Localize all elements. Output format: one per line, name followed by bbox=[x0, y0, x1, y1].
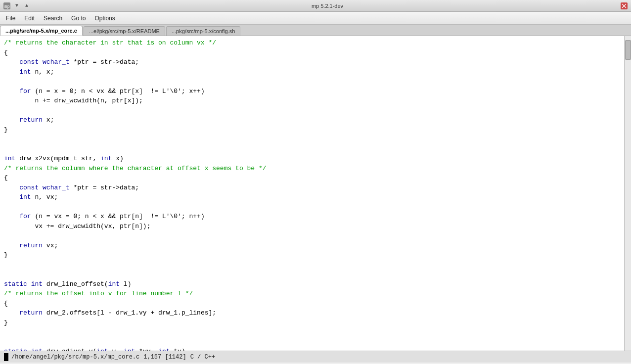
code-editor[interactable]: /* returns the character in str that is … bbox=[0, 36, 624, 351]
editor-container: /* returns the character in str that is … bbox=[0, 36, 631, 351]
status-position: 1,157 [1142] bbox=[143, 354, 186, 361]
title-bar-icons: mp ▼ ▲ bbox=[3, 2, 31, 10]
menu-goto[interactable]: Go to bbox=[67, 14, 90, 23]
scrollbar-thumb[interactable] bbox=[625, 40, 631, 60]
cursor-indicator bbox=[4, 353, 8, 361]
scrollbar[interactable] bbox=[624, 36, 631, 351]
tab-bar: ...pkg/src/mp-5.x/mp_core.c ...el/pkg/sr… bbox=[0, 25, 631, 36]
window-title: mp 5.2.1-dev bbox=[37, 3, 618, 9]
tab-mp-core-c[interactable]: ...pkg/src/mp-5.x/mp_core.c bbox=[0, 26, 83, 36]
menu-file[interactable]: File bbox=[2, 14, 19, 23]
tab-readme[interactable]: ...el/pkg/src/mp-5.x/README bbox=[84, 26, 165, 36]
svg-text:mp: mp bbox=[4, 4, 10, 9]
menu-options[interactable]: Options bbox=[90, 14, 119, 23]
menu-search[interactable]: Search bbox=[40, 14, 66, 23]
status-bar: /home/angel/pkg/src/mp-5.x/mp_core.c 1,1… bbox=[0, 351, 631, 363]
menu-bar: File Edit Search Go to Options bbox=[0, 12, 631, 25]
status-path: /home/angel/pkg/src/mp-5.x/mp_core.c bbox=[11, 354, 139, 361]
menu-edit[interactable]: Edit bbox=[20, 14, 39, 23]
status-language: C / C++ bbox=[190, 354, 215, 361]
maximize-button[interactable]: ▲ bbox=[23, 2, 31, 10]
title-bar: mp ▼ ▲ mp 5.2.1-dev bbox=[0, 0, 631, 12]
close-button[interactable] bbox=[620, 2, 628, 10]
minimize-button[interactable]: ▼ bbox=[13, 2, 21, 10]
tab-config-sh[interactable]: ...pkg/src/mp-5.x/config.sh bbox=[166, 26, 240, 36]
app-icon: mp bbox=[3, 2, 11, 10]
